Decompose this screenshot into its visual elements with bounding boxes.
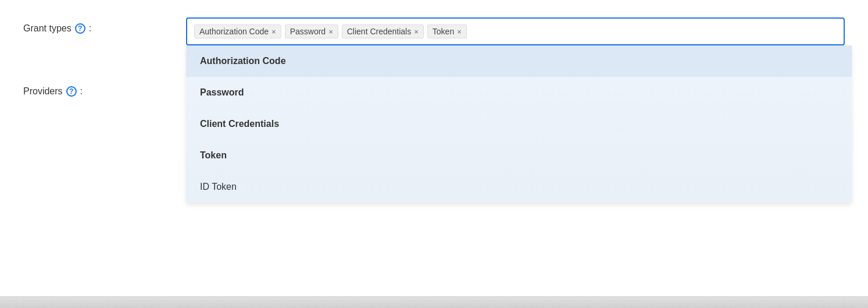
dropdown-item-token[interactable]: Token <box>186 140 852 171</box>
providers-colon: : <box>80 86 83 97</box>
providers-label: Providers ? : <box>23 80 186 97</box>
providers-label-text: Providers <box>23 86 63 97</box>
tag-token-remove[interactable]: × <box>457 28 462 36</box>
tag-client-credentials: Client Credentials × <box>342 24 424 38</box>
tag-token: Token × <box>427 24 467 38</box>
tag-token-label: Token <box>433 27 454 36</box>
tag-authorization-code-remove[interactable]: × <box>272 28 276 36</box>
providers-help-icon[interactable]: ? <box>66 86 77 97</box>
tag-password-remove[interactable]: × <box>328 28 333 36</box>
tag-client-credentials-label: Client Credentials <box>347 27 412 36</box>
grant-types-help-icon[interactable]: ? <box>75 23 85 34</box>
page-container: Grant types ? : Authorization Code × Pas… <box>0 0 868 308</box>
tag-password-label: Password <box>290 27 326 36</box>
grant-types-row: Grant types ? : Authorization Code × Pas… <box>23 17 845 45</box>
dropdown-item-authorization-code[interactable]: Authorization Code <box>186 45 852 77</box>
dropdown-item-id-token[interactable]: ID Token <box>186 171 852 203</box>
grant-types-label-text: Grant types <box>23 23 72 34</box>
tag-password: Password × <box>285 24 338 38</box>
tag-client-credentials-remove[interactable]: × <box>414 28 419 36</box>
dropdown-item-client-credentials[interactable]: Client Credentials <box>186 108 852 140</box>
grant-types-colon: : <box>89 23 91 34</box>
grant-types-dropdown: Authorization Code Password Client Crede… <box>186 45 852 203</box>
grant-types-multiselect[interactable]: Authorization Code × Password × Client C… <box>186 17 845 45</box>
dropdown-item-password[interactable]: Password <box>186 77 852 108</box>
tag-authorization-code: Authorization Code × <box>194 24 281 38</box>
bottom-bar <box>0 296 868 308</box>
tag-authorization-code-label: Authorization Code <box>199 27 269 36</box>
grant-types-label: Grant types ? : <box>23 17 186 34</box>
